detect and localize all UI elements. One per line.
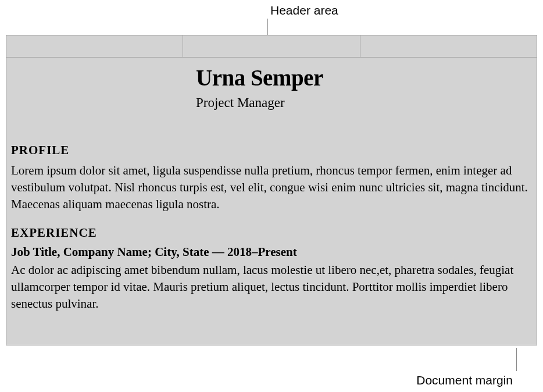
experience-body[interactable]: Ac dolor ac adipiscing amet bibendum nul…	[11, 262, 532, 312]
annotation-header-line	[267, 19, 268, 36]
person-name[interactable]: Urna Semper	[196, 65, 525, 91]
profile-heading[interactable]: PROFILE	[11, 143, 532, 158]
header-cell-left[interactable]	[6, 35, 183, 57]
experience-job-line[interactable]: Job Title, Company Name; City, State — 2…	[11, 245, 532, 259]
annotation-margin-label: Document margin	[416, 373, 513, 387]
document-frame: Urna Semper Project Manager PROFILE Lore…	[6, 35, 537, 345]
header-area[interactable]	[6, 35, 537, 58]
experience-heading[interactable]: EXPERIENCE	[11, 226, 532, 240]
annotation-margin-line	[516, 348, 517, 371]
header-cell-center[interactable]	[183, 35, 360, 57]
profile-body[interactable]: Lorem ipsum dolor sit amet, ligula suspe…	[11, 162, 532, 213]
person-role[interactable]: Project Manager	[196, 95, 525, 111]
document-body[interactable]: Urna Semper Project Manager PROFILE Lore…	[6, 58, 537, 312]
annotation-header-label: Header area	[270, 3, 338, 17]
title-block: Urna Semper Project Manager	[6, 65, 537, 111]
content-block: PROFILE Lorem ipsum dolor sit amet, ligu…	[6, 143, 537, 312]
header-cell-right[interactable]	[360, 35, 537, 57]
